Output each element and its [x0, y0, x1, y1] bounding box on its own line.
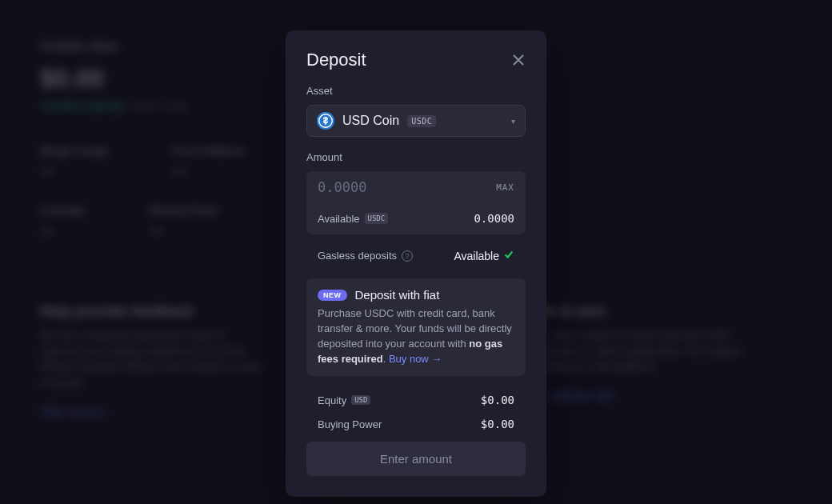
equity-value: $0.00	[481, 394, 514, 406]
asset-symbol-badge: USDC	[407, 115, 436, 127]
amount-input[interactable]	[318, 179, 496, 195]
amount-label: Amount	[306, 151, 526, 163]
asset-name: USD Coin	[342, 114, 399, 128]
usdc-icon	[317, 112, 334, 130]
chevron-down-icon: ▾	[511, 117, 515, 126]
check-icon	[503, 249, 514, 262]
asset-select[interactable]: USD Coin USDC ▾	[306, 105, 526, 137]
available-label: Available	[318, 213, 360, 225]
buying-power-value: $0.00	[481, 418, 514, 430]
submit-button[interactable]: Enter amount	[306, 442, 526, 476]
help-icon[interactable]: ?	[402, 250, 413, 262]
close-button[interactable]	[511, 53, 526, 67]
gasless-status: Available	[454, 250, 499, 262]
close-icon	[513, 54, 524, 66]
equity-label: Equity	[318, 394, 346, 406]
buying-power-label: Buying Power	[318, 418, 382, 430]
new-badge: NEW	[318, 290, 347, 301]
available-value: 0.0000	[474, 212, 514, 225]
deposit-modal: Deposit Asset USD Coin USDC ▾ Amount MAX…	[286, 30, 546, 497]
modal-title: Deposit	[306, 50, 366, 70]
amount-box: MAX Available USDC 0.0000	[306, 171, 526, 234]
fiat-title: Deposit with fiat	[355, 288, 440, 302]
fiat-deposit-box: NEW Deposit with fiat Purchase USDC with…	[306, 278, 526, 376]
gasless-label: Gasless deposits	[318, 250, 397, 262]
buy-now-link[interactable]: Buy now →	[389, 353, 442, 365]
equity-symbol-badge: USD	[351, 395, 370, 405]
fiat-description: Purchase USDC with credit card, bank tra…	[318, 306, 514, 366]
asset-label: Asset	[306, 85, 526, 97]
max-button[interactable]: MAX	[496, 182, 514, 193]
available-symbol-badge: USDC	[365, 213, 389, 224]
